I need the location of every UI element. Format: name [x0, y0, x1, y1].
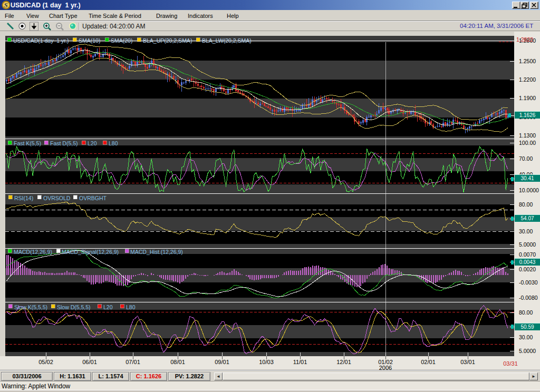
- svg-text:Slow K(5,5,5): Slow K(5,5,5): [14, 304, 47, 310]
- svg-text:Fast D(5,5): Fast D(5,5): [50, 140, 78, 146]
- svg-text:L20: L20: [88, 140, 97, 146]
- svg-text:MACD_Signal(12,26,9): MACD_Signal(12,26,9): [62, 249, 119, 255]
- svg-text:RSI(14): RSI(14): [14, 195, 33, 201]
- svg-text:OVRSOLD: OVRSOLD: [43, 195, 71, 201]
- svg-text:L80: L80: [109, 140, 118, 146]
- svg-text:MACD(12,26,9): MACD(12,26,9): [14, 249, 52, 255]
- svg-text:Slow D(5,5,5): Slow D(5,5,5): [57, 304, 91, 310]
- svg-text:USD/CAD(1 day 1 yr.): USD/CAD(1 day 1 yr.): [13, 37, 69, 44]
- svg-text:MACD_Hist.(12,26,9): MACD_Hist.(12,26,9): [130, 249, 183, 255]
- svg-text:S: S: [4, 1, 8, 9]
- svg-text:SMA(10): SMA(10): [79, 37, 100, 44]
- svg-text:SMA(20): SMA(20): [111, 37, 132, 44]
- svg-text:OVRBGHT: OVRBGHT: [79, 195, 107, 201]
- svg-text:BLA_UP(20,2,SMA): BLA_UP(20,2,SMA): [143, 37, 192, 44]
- svg-text:L20: L20: [103, 304, 113, 310]
- svg-text:Fast K(5,5): Fast K(5,5): [14, 140, 41, 146]
- svg-text:L80: L80: [126, 304, 136, 310]
- svg-text:BLA_LW(20,2,SMA): BLA_LW(20,2,SMA): [202, 37, 252, 44]
